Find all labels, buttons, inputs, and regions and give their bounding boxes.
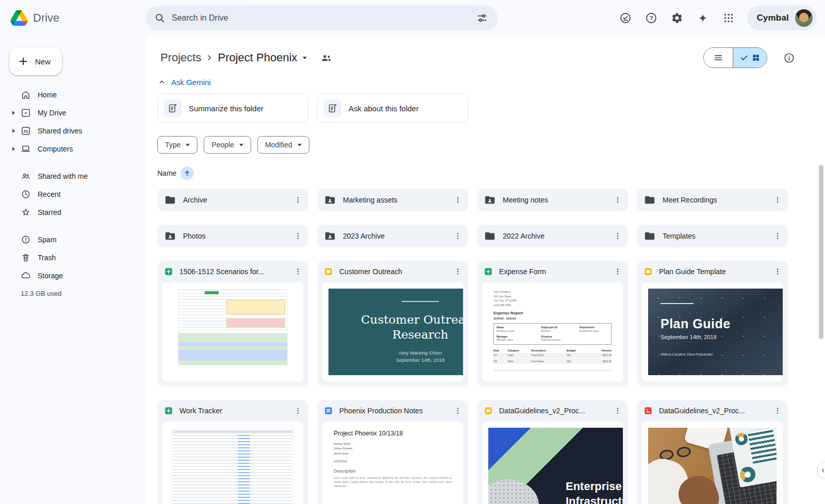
file-thumbnail: Project Phoenix 10/13/18 Sydney Taylor C… xyxy=(322,422,463,504)
gemini-button[interactable] xyxy=(691,7,714,29)
kebab-icon xyxy=(773,231,782,241)
new-button[interactable]: New xyxy=(9,47,62,75)
file-card-phoenix-notes[interactable]: Phoenix Production Notes Project Phoenix… xyxy=(317,400,468,504)
file-card-customer-outreach[interactable]: Customer Outreach Customer Outreach Rese… xyxy=(317,261,468,387)
suggestion-label: Summarize this folder xyxy=(189,104,263,113)
more-options-button[interactable] xyxy=(290,402,306,419)
file-name: DataGuidelines_v2_Proc... xyxy=(499,407,603,415)
kebab-icon xyxy=(773,406,782,415)
cloud-icon xyxy=(21,271,31,281)
search-options-button[interactable] xyxy=(471,7,493,29)
people-filter-chip[interactable]: People xyxy=(204,136,251,154)
file-name: Plan Guide Template xyxy=(659,267,763,276)
settings-button[interactable] xyxy=(666,7,688,29)
more-options-button[interactable] xyxy=(609,192,626,208)
apps-button[interactable] xyxy=(717,7,740,29)
kebab-icon xyxy=(293,267,303,276)
expand-arrow-icon[interactable] xyxy=(12,111,21,115)
info-button[interactable] xyxy=(778,46,800,69)
sidebar-item-shared-with-me[interactable]: Shared with me xyxy=(0,167,146,185)
file-card-header: DataGuidelines_v2_Proc... xyxy=(637,400,788,422)
grid-view-button[interactable] xyxy=(733,48,767,68)
ask-about-folder-button[interactable]: Ask about this folder xyxy=(317,94,468,123)
folder-tile-meeting-notes[interactable]: Meeting notes xyxy=(477,189,628,211)
folder-tile-2023-archive[interactable]: 2023 Archive xyxy=(317,225,468,247)
file-card-dataguidelines-image[interactable]: DataGuidelines_v2_Proc... xyxy=(637,400,788,504)
info-icon xyxy=(783,52,795,64)
more-options-button[interactable] xyxy=(769,402,786,419)
sidebar-item-recent[interactable]: Recent xyxy=(0,185,146,203)
gemini-collapse-button[interactable] xyxy=(157,77,167,87)
sidebar-item-spam[interactable]: Spam xyxy=(0,230,146,248)
help-button[interactable]: ? xyxy=(640,7,663,29)
more-options-button[interactable] xyxy=(290,263,306,280)
offline-status-button[interactable] xyxy=(614,7,637,29)
more-options-button[interactable] xyxy=(609,402,626,419)
gemini-section-label[interactable]: Ask Gemini xyxy=(171,78,211,87)
kebab-icon xyxy=(613,267,622,276)
type-filter-chip[interactable]: Type xyxy=(157,136,197,154)
file-name: Phoenix Production Notes xyxy=(339,407,443,415)
folder-icon xyxy=(484,230,496,242)
sidebar-item-my-drive[interactable]: My Drive xyxy=(0,104,146,122)
page-header: Projects Project Phoenix xyxy=(157,46,825,69)
expand-arrow-icon[interactable] xyxy=(12,129,21,133)
folder-members-button[interactable] xyxy=(315,46,338,69)
search-bar[interactable] xyxy=(146,6,498,30)
folder-tile-photos[interactable]: Photos xyxy=(157,225,308,247)
more-options-button[interactable] xyxy=(769,192,786,208)
gear-icon xyxy=(671,12,683,24)
more-options-button[interactable] xyxy=(769,228,786,244)
file-card-dataguidelines-slides[interactable]: DataGuidelines_v2_Proc... Enterprise Inf… xyxy=(477,400,628,504)
folder-tile-templates[interactable]: Templates xyxy=(637,225,788,247)
folder-tile-meet-recordings[interactable]: Meet Recordings xyxy=(637,189,788,211)
more-options-button[interactable] xyxy=(450,192,466,208)
expand-arrow-icon[interactable] xyxy=(12,147,21,151)
search-input[interactable] xyxy=(172,13,465,23)
more-options-button[interactable] xyxy=(609,228,626,244)
folder-name: Archive xyxy=(183,196,283,204)
sidebar-item-starred[interactable]: Starred xyxy=(0,203,146,221)
file-card-scenarios[interactable]: 1506-1512 Scenarios for... xyxy=(157,261,308,387)
summarize-folder-button[interactable]: Summarize this folder xyxy=(157,94,308,123)
sort-direction-button[interactable] xyxy=(180,166,194,180)
more-options-button[interactable] xyxy=(290,228,306,244)
file-card-header: DataGuidelines_v2_Proc... xyxy=(477,400,628,422)
more-options-button[interactable] xyxy=(290,192,306,208)
file-card-expense-form[interactable]: Expense Form Your Company 123 Your Stree… xyxy=(477,261,628,387)
more-options-button[interactable] xyxy=(450,402,466,419)
file-card-plan-guide[interactable]: Plan Guide Template Plan Guide September… xyxy=(637,261,788,387)
folder-tile-marketing-assets[interactable]: Marketing assets xyxy=(317,189,468,211)
account-button[interactable]: Cymbal xyxy=(747,6,817,30)
sidebar-item-shared-drives[interactable]: Shared drives xyxy=(0,122,146,140)
folder-shared-icon xyxy=(324,230,336,242)
more-options-button[interactable] xyxy=(769,263,786,280)
arrow-up-icon xyxy=(183,169,191,177)
sidebar-item-home[interactable]: Home xyxy=(0,86,146,104)
avatar xyxy=(795,9,813,27)
folder-tile-archive[interactable]: Archive xyxy=(157,189,308,211)
sidebar: New Home My Drive Shared drives Computer… xyxy=(0,36,146,504)
file-thumbnail: Enterprise Infrastructure xyxy=(482,422,623,504)
folders-grid: Archive Marketing assets Meeting notes M… xyxy=(157,189,825,247)
more-options-button[interactable] xyxy=(609,263,626,280)
folder-tile-2022-archive[interactable]: 2022 Archive xyxy=(477,225,628,247)
sidebar-item-computers[interactable]: Computers xyxy=(0,140,146,158)
sidebar-item-trash[interactable]: Trash xyxy=(0,248,146,266)
file-name: 1506-1512 Scenarios for... xyxy=(179,267,284,276)
modified-filter-chip[interactable]: Modified xyxy=(257,136,309,154)
breadcrumb-parent[interactable]: Projects xyxy=(157,49,204,66)
drive-logo[interactable]: Drive xyxy=(10,10,146,26)
more-options-button[interactable] xyxy=(450,263,466,280)
sort-by-name-label[interactable]: Name xyxy=(157,169,176,177)
main-panel: Projects Project Phoenix xyxy=(146,36,825,504)
breadcrumb-current[interactable]: Project Phoenix xyxy=(214,49,309,66)
scrollbar[interactable] xyxy=(819,165,823,339)
search-icon xyxy=(154,12,166,24)
more-options-button[interactable] xyxy=(450,228,466,244)
sidebar-item-storage[interactable]: Storage xyxy=(0,266,146,284)
slides-icon xyxy=(324,267,333,276)
file-thumbnail: Plan Guide September 14th, 2018 Milena C… xyxy=(642,282,783,381)
list-view-button[interactable] xyxy=(704,48,733,68)
file-card-work-tracker[interactable]: Work Tracker xyxy=(157,400,308,504)
